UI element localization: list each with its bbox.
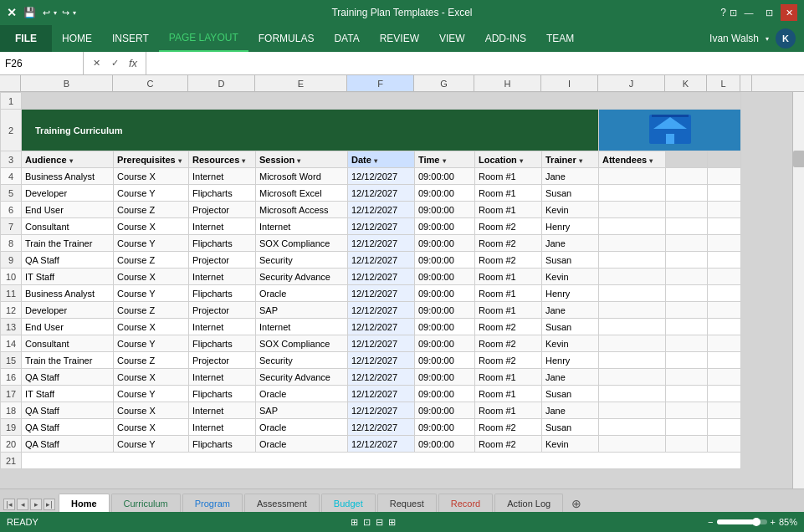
tab-home[interactable]: Home <box>59 494 110 512</box>
cell-prereq[interactable]: Course X <box>114 218 189 235</box>
cell-attendees[interactable] <box>599 436 666 453</box>
filter-header-time[interactable]: Time ▾ <box>415 151 475 168</box>
cell-location[interactable]: Room #1 <box>475 402 542 419</box>
cell-attendees[interactable] <box>599 252 666 269</box>
cell-trainer[interactable]: Kevin <box>542 269 599 285</box>
cell-time[interactable]: 09:00:00 <box>415 218 475 235</box>
cell-trainer[interactable]: Henry <box>542 218 599 235</box>
undo-icon[interactable]: ↩ <box>43 8 50 18</box>
cell-location[interactable]: Room #2 <box>475 335 542 352</box>
cell-date[interactable]: 12/12/2027 <box>348 252 415 269</box>
cell-resources[interactable]: Flipcharts <box>189 185 256 202</box>
cell-date[interactable]: 12/12/2027 <box>348 302 415 319</box>
cell-time[interactable]: 09:00:00 <box>415 402 475 419</box>
cell-audience[interactable]: Train the Trainer <box>22 352 114 369</box>
cell-attendees[interactable] <box>599 302 666 319</box>
cell-attendees[interactable] <box>599 419 666 436</box>
cell-time[interactable]: 09:00:00 <box>415 285 475 302</box>
cell-session[interactable]: Internet <box>256 218 348 235</box>
tab-curriculum[interactable]: Curriculum <box>111 494 181 512</box>
cell-trainer[interactable]: Susan <box>542 386 599 402</box>
tab-last-button[interactable]: ▸| <box>44 499 55 510</box>
col-header-D[interactable]: D <box>188 75 255 91</box>
tab-record[interactable]: Record <box>438 494 493 512</box>
redo-dropdown-icon[interactable]: ▾ <box>73 9 76 17</box>
cell-audience[interactable]: Developer <box>22 185 114 202</box>
save-icon[interactable]: 💾 <box>23 7 36 18</box>
col-header-B[interactable]: B <box>21 75 113 91</box>
cell-resources[interactable]: Projector <box>189 352 256 369</box>
maximize-button[interactable]: ⊡ <box>760 4 777 21</box>
cell-trainer[interactable]: Henry <box>542 285 599 302</box>
cell-attendees[interactable] <box>599 185 666 202</box>
cell-location[interactable]: Room #1 <box>475 302 542 319</box>
cell-date[interactable]: 12/12/2027 <box>348 218 415 235</box>
cell-trainer[interactable]: Susan <box>542 252 599 269</box>
cell-resources[interactable]: Internet <box>189 369 256 386</box>
cell-prereq[interactable]: Course X <box>114 369 189 386</box>
cell-time[interactable]: 09:00:00 <box>415 369 475 386</box>
cell-date[interactable]: 12/12/2027 <box>348 202 415 218</box>
cell-date[interactable]: 12/12/2027 <box>348 235 415 252</box>
cell-session[interactable]: Security <box>256 252 348 269</box>
cell-session[interactable]: Internet <box>256 319 348 335</box>
cell-session[interactable]: Security Advance <box>256 369 348 386</box>
cell-location[interactable]: Room #2 <box>475 352 542 369</box>
cell-session[interactable]: Microsoft Excel <box>256 185 348 202</box>
col-header-H[interactable]: H <box>474 75 541 91</box>
zoom-slider-thumb[interactable] <box>752 518 760 526</box>
cell-trainer[interactable]: Susan <box>542 319 599 335</box>
cell-time[interactable]: 09:00:00 <box>415 185 475 202</box>
filter-header-trainer[interactable]: Trainer ▾ <box>542 151 599 168</box>
cancel-formula-icon[interactable]: ✕ <box>89 56 104 71</box>
tab-request[interactable]: Request <box>377 494 437 512</box>
cell-trainer[interactable]: Susan <box>542 185 599 202</box>
cell-location[interactable]: Room #1 <box>475 369 542 386</box>
cell-date[interactable]: 12/12/2027 <box>348 402 415 419</box>
empty-cell[interactable] <box>22 93 741 110</box>
cell-location[interactable]: Room #2 <box>475 218 542 235</box>
cell-time[interactable]: 09:00:00 <box>415 168 475 185</box>
filter-header-date[interactable]: Date ▾ <box>348 151 415 168</box>
cell-attendees[interactable] <box>599 369 666 386</box>
cell-audience[interactable]: Consultant <box>22 335 114 352</box>
tab-next-button[interactable]: ▸ <box>30 499 42 510</box>
cell-resources[interactable]: Flipcharts <box>189 235 256 252</box>
add-sheet-button[interactable]: ⊕ <box>565 497 588 510</box>
menu-data[interactable]: DATA <box>324 25 369 52</box>
cell-session[interactable]: Security Advance <box>256 269 348 285</box>
insert-function-icon[interactable]: fx <box>125 56 141 71</box>
cell-attendees[interactable] <box>599 386 666 402</box>
cell-session[interactable]: Microsoft Word <box>256 168 348 185</box>
cell-resources[interactable]: Flipcharts <box>189 285 256 302</box>
zoom-in-icon[interactable]: + <box>771 517 776 527</box>
cell-trainer[interactable]: Jane <box>542 369 599 386</box>
cell-audience[interactable]: Developer <box>22 302 114 319</box>
cell-date[interactable]: 12/12/2027 <box>348 369 415 386</box>
menu-home[interactable]: HOME <box>52 25 102 52</box>
cell-prereq[interactable]: Course Z <box>114 202 189 218</box>
name-box[interactable]: F26 <box>0 52 84 74</box>
cell-attendees[interactable] <box>599 218 666 235</box>
cell-audience[interactable]: Business Analyst <box>22 285 114 302</box>
cell-date[interactable]: 12/12/2027 <box>348 386 415 402</box>
cell-time[interactable]: 09:00:00 <box>415 335 475 352</box>
close-button[interactable]: ✕ <box>781 4 797 21</box>
cell-time[interactable]: 09:00:00 <box>415 386 475 402</box>
col-header-C[interactable]: C <box>113 75 188 91</box>
cell-attendees[interactable] <box>599 269 666 285</box>
cell-prereq[interactable]: Course X <box>114 319 189 335</box>
cell-prereq[interactable]: Course X <box>114 269 189 285</box>
cell-time[interactable]: 09:00:00 <box>415 202 475 218</box>
menu-team[interactable]: TEAM <box>536 25 584 52</box>
cell-resources[interactable]: Internet <box>189 218 256 235</box>
cell-prereq[interactable]: Course Z <box>114 302 189 319</box>
cell-trainer[interactable]: Jane <box>542 235 599 252</box>
cell-session[interactable]: SAP <box>256 302 348 319</box>
cell-resources[interactable]: Internet <box>189 402 256 419</box>
cell-location[interactable]: Room #2 <box>475 235 542 252</box>
cell-session[interactable]: Oracle <box>256 386 348 402</box>
view-normal-icon[interactable]: ⊡ <box>363 517 371 528</box>
cell-time[interactable]: 09:00:00 <box>415 235 475 252</box>
filter-header-location[interactable]: Location ▾ <box>475 151 542 168</box>
